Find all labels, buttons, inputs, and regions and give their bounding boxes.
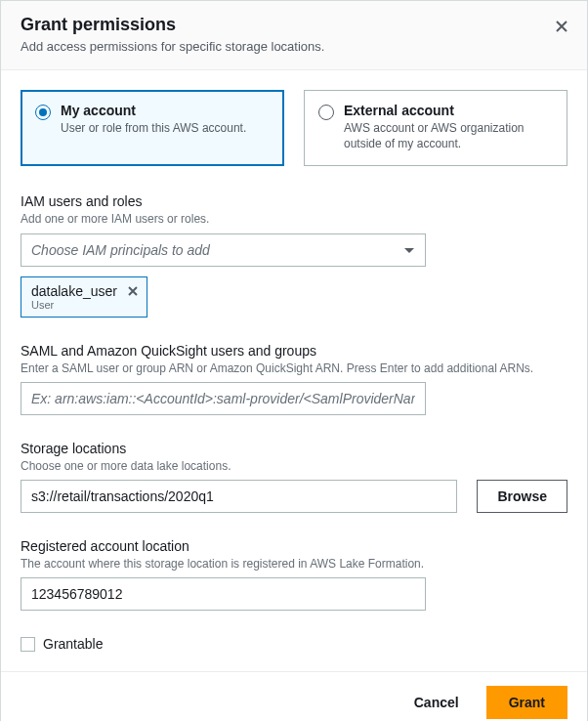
grantable-checkbox[interactable] (21, 637, 35, 652)
iam-token: datalake_user User (21, 276, 147, 318)
saml-input[interactable] (21, 382, 426, 415)
storage-location-input[interactable] (21, 480, 457, 513)
radio-icon (35, 105, 51, 120)
grantable-label: Grantable (43, 636, 103, 652)
modal-subtitle: Add access permissions for specific stor… (21, 39, 567, 54)
saml-hint: Enter a SAML user or group ARN or Amazon… (21, 360, 567, 376)
grant-button[interactable]: Grant (486, 686, 567, 719)
radio-icon (318, 105, 334, 120)
iam-hint: Add one or more IAM users or roles. (21, 211, 567, 227)
grantable-row: Grantable (21, 636, 567, 652)
close-button[interactable] (550, 15, 573, 38)
modal-header: Grant permissions Add access permissions… (1, 1, 587, 70)
external-account-title: External account (344, 103, 553, 118)
registered-section: Registered account location The account … (21, 538, 567, 611)
saml-section: SAML and Amazon QuickSight users and gro… (21, 343, 567, 415)
storage-hint: Choose one or more data lake locations. (21, 458, 567, 474)
saml-label: SAML and Amazon QuickSight users and gro… (21, 343, 567, 359)
modal-footer: Cancel Grant (1, 671, 587, 721)
registered-account-input[interactable] (21, 577, 426, 611)
account-type-radio-group: My account User or role from this AWS ac… (21, 90, 567, 166)
chevron-down-icon (403, 242, 415, 258)
close-icon (555, 20, 568, 33)
registered-label: Registered account location (21, 538, 567, 554)
cancel-button[interactable]: Cancel (397, 686, 477, 719)
modal-body: My account User or role from this AWS ac… (1, 70, 587, 671)
grant-permissions-modal: Grant permissions Add access permissions… (0, 0, 588, 721)
iam-token-type: User (31, 299, 117, 311)
browse-button[interactable]: Browse (477, 480, 567, 513)
iam-token-name: datalake_user (31, 283, 117, 299)
external-account-radio[interactable]: External account AWS account or AWS orga… (304, 90, 567, 166)
iam-dropdown-placeholder: Choose IAM principals to add (31, 242, 210, 258)
storage-label: Storage locations (21, 441, 567, 456)
iam-label: IAM users and roles (21, 193, 567, 209)
iam-section: IAM users and roles Add one or more IAM … (21, 193, 567, 317)
remove-token-button[interactable] (127, 284, 139, 300)
storage-section: Storage locations Choose one or more dat… (21, 441, 567, 513)
my-account-desc: User or role from this AWS account. (61, 120, 246, 136)
modal-title: Grant permissions (21, 15, 567, 35)
my-account-title: My account (61, 103, 246, 118)
close-icon (127, 285, 139, 297)
external-account-desc: AWS account or AWS organization outside … (344, 120, 553, 151)
my-account-radio[interactable]: My account User or role from this AWS ac… (21, 90, 284, 166)
iam-tokens: datalake_user User (21, 276, 567, 318)
registered-hint: The account where this storage location … (21, 556, 567, 572)
iam-principals-dropdown[interactable]: Choose IAM principals to add (21, 233, 426, 267)
